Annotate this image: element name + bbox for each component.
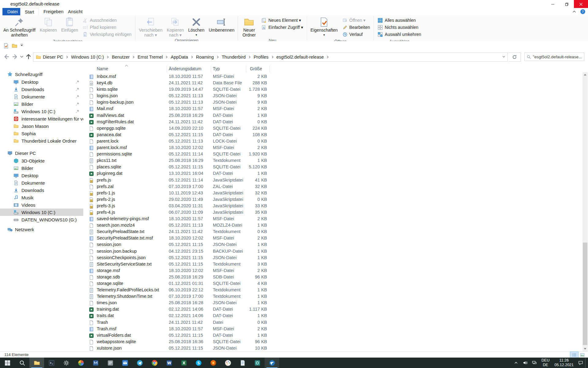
- file-row[interactable]: parent.lock.msf18.10.2020 12:02MSF-Datei…: [83, 145, 582, 151]
- file-row[interactable]: logins-backup.json05.12.2021 11:13JSON-D…: [83, 99, 582, 106]
- sidebar-item-sophia[interactable]: Sophia: [0, 130, 83, 137]
- close-button[interactable]: [574, 0, 588, 8]
- taskbar-app-teal[interactable]: [250, 358, 265, 368]
- file-row[interactable]: storage.sqlite01.12.2021 01:31SQLITE-Dat…: [83, 281, 582, 287]
- file-row[interactable]: Sprefs-2.js29.02.2020 11:49JavaSkriptdat…: [83, 197, 582, 203]
- details-view-button[interactable]: [570, 352, 578, 358]
- taskbar-thunderbird[interactable]: [265, 358, 279, 368]
- ribbon-button-löschen[interactable]: Löschen▾: [186, 16, 206, 38]
- breadcrumb-item-esgt5ol2-default-release[interactable]: esgt5ol2.default-release: [275, 55, 330, 59]
- file-row[interactable]: webappsstore.sqlite25.08.2018 16:36SQLIT…: [83, 339, 582, 345]
- breadcrumb-item-appdata[interactable]: AppData: [169, 55, 194, 59]
- sidebar-item-desktop[interactable]: Desktop: [0, 172, 83, 179]
- tab-start[interactable]: Start: [20, 8, 39, 16]
- address-dropdown-icon[interactable]: [502, 55, 506, 59]
- taskbar-firefox[interactable]: [206, 358, 221, 368]
- file-row[interactable]: virtualFolders.dat05.12.2021 11:15DAT-Da…: [83, 332, 582, 339]
- search-box[interactable]: "esgt5ol2.default-release...: [524, 52, 584, 61]
- sidebar-item-jason-mason[interactable]: Jason Mason: [0, 122, 83, 130]
- file-row[interactable]: search.json.mozlz405.12.2021 11:13MOZLZ4…: [83, 222, 582, 229]
- sidebar-section-schnellzugriff[interactable]: Schnellzugriff: [0, 71, 83, 78]
- ribbon-button-nichts-auswählen[interactable]: Nichts auswählen: [376, 24, 422, 30]
- ribbon-button-pfad-kopieren[interactable]: Pfad kopieren: [81, 24, 133, 30]
- file-row[interactable]: session.json.backup04.12.2021 23:15BACKU…: [83, 248, 582, 255]
- scrollbar-thumb[interactable]: [583, 243, 587, 345]
- breadcrumb-item-profiles[interactable]: Profiles: [252, 55, 274, 59]
- ribbon-button-verschieben-nach[interactable]: Verschiebennach ▾: [137, 16, 164, 38]
- file-row[interactable]: Telemetry.ShutdownTime.txt07.10.2019 17:…: [83, 293, 582, 300]
- file-row[interactable]: sessionCheckpoints.json05.12.2021 11:15J…: [83, 255, 582, 261]
- file-row[interactable]: Sprefs-4.js06.07.2020 11:09JavaSkriptdat…: [83, 209, 582, 216]
- taskbar-excel[interactable]: X: [176, 358, 191, 368]
- file-row[interactable]: key4.db24.11.2021 11:42Data Base File288…: [83, 80, 582, 86]
- ribbon-button-neuer-ordner[interactable]: NeuerOrdner: [239, 16, 259, 38]
- ribbon-button-auswahl-umkehren[interactable]: Auswahl umkehren: [376, 31, 422, 37]
- taskbar-search-button[interactable]: [15, 358, 29, 368]
- taskbar-word[interactable]: W: [162, 358, 176, 368]
- sidebar-item-dokumente[interactable]: Dokumente: [0, 93, 83, 100]
- column-header-type[interactable]: Typ: [213, 66, 220, 71]
- file-row[interactable]: saved-telemetry-pings.msf18.10.2020 11:5…: [83, 216, 582, 222]
- ribbon-button-umbenennen[interactable]: Umbenennen: [206, 16, 236, 33]
- ribbon-button-verknüpfung-einfügen[interactable]: Verknüpfung einfügen: [81, 31, 133, 37]
- file-row[interactable]: kinto.sqlite19.09.2019 14:47SQLITE-Datei…: [83, 86, 582, 93]
- file-row[interactable]: times.json25.08.2018 16:28JSON-Datei1 KB: [83, 300, 582, 306]
- sidebar-item-musik[interactable]: Musik: [0, 194, 83, 201]
- sidebar-item-bilder[interactable]: Bilder: [0, 164, 83, 172]
- forward-button[interactable]: [11, 53, 19, 61]
- file-row[interactable]: logins.json05.12.2021 11:13JSON-Datei9 K…: [83, 93, 582, 99]
- vertical-scrollbar[interactable]: [582, 72, 588, 351]
- file-row[interactable]: storage.sdb25.08.2018 16:29SDB-Datei96 K…: [83, 274, 582, 281]
- ribbon-button-einfügen[interactable]: Einfügen: [59, 16, 80, 33]
- taskbar-telegram[interactable]: [132, 358, 147, 368]
- file-row[interactable]: SecurityPreloadState.txt24.11.2021 11:42…: [83, 229, 582, 235]
- column-header-date[interactable]: Änderungsdatum: [169, 66, 202, 71]
- back-button[interactable]: [2, 53, 10, 61]
- file-row[interactable]: mailViews.dat25.08.2018 16:29DAT-Datei1 …: [83, 113, 582, 119]
- file-row[interactable]: Sprefs.js05.12.2021 11:14JavaSkriptdatei…: [83, 177, 582, 184]
- ribbon-button-einfacher-zugriff[interactable]: Einfacher Zugriff ▾: [260, 24, 304, 30]
- help-icon[interactable]: ?: [580, 9, 586, 14]
- taskbar-paint[interactable]: [221, 358, 235, 368]
- ribbon-button-alles-auswählen[interactable]: Alles auswählen: [376, 17, 422, 23]
- file-row[interactable]: permissions.sqlite05.12.2021 11:14SQLITE…: [83, 151, 582, 158]
- file-row[interactable]: msgFilterRules.dat24.11.2021 11:42DAT-Da…: [83, 119, 582, 125]
- file-row[interactable]: Inbox.msf18.10.2020 11:57MSF-Datei2 KB: [83, 74, 582, 80]
- sidebar-item-windows-10-c[interactable]: Windows 10 (C:): [0, 108, 83, 115]
- ribbon-button-verlauf[interactable]: Verlauf: [341, 31, 371, 37]
- file-row[interactable]: Trash.msf18.10.2020 11:57MSF-Datei2 KB: [83, 326, 582, 332]
- customize-toolbar-icon[interactable]: [20, 43, 24, 49]
- taskbar-wordpad[interactable]: [235, 358, 250, 368]
- hidden-icons-chevron-icon[interactable]: [511, 358, 521, 368]
- breadcrumb-item-windows-10-c[interactable]: Windows 10 (C:): [69, 55, 110, 59]
- taskbar-app-gray[interactable]: [103, 358, 118, 368]
- file-row[interactable]: pluginreg.dat13.10.2021 16:04DAT-Datei1 …: [83, 171, 582, 177]
- taskbar-mail[interactable]: [118, 358, 132, 368]
- taskbar-skype[interactable]: S: [191, 358, 206, 368]
- sidebar-item-interessante-mitteilungen-für-verbo[interactable]: interessante Mitteilungen für verbo: [0, 115, 83, 122]
- action-center-icon[interactable]: [576, 358, 585, 368]
- ribbon-button-bearbeiten[interactable]: Bearbeiten: [341, 24, 371, 30]
- breadcrumb-item-ernst-tremel[interactable]: Ernst Tremel: [136, 55, 169, 59]
- network-icon[interactable]: [530, 358, 539, 368]
- thumbnail-view-button[interactable]: [578, 352, 586, 358]
- minimize-button[interactable]: [546, 0, 560, 8]
- column-header-size[interactable]: Größe: [250, 66, 262, 71]
- file-row[interactable]: openpgp.sqlite14.09.2020 22:10SQLITE-Dat…: [83, 125, 582, 132]
- sidebar-item-dokumente[interactable]: Dokumente: [0, 179, 83, 186]
- taskbar-file-explorer[interactable]: [29, 358, 44, 368]
- taskbar-app-pinwheel[interactable]: [74, 358, 88, 368]
- file-row[interactable]: parent.lock05.12.2021 11:13LOCK-Datei0 K…: [83, 138, 582, 145]
- ribbon-button-ausschneiden[interactable]: Ausschneiden: [81, 17, 133, 23]
- tab-datei[interactable]: Datei: [2, 8, 23, 15]
- taskbar-app-dark[interactable]: [44, 358, 59, 368]
- file-row[interactable]: prefs.zal07.10.2019 17:00ZAL-Datei32 KB: [83, 184, 582, 190]
- breadcrumb-item-thunderbird[interactable]: Thunderbird: [220, 55, 252, 59]
- ribbon-button-an-schnellzugriff-anheften[interactable]: An Schnellzugriffanheften: [1, 16, 38, 38]
- language-indicator[interactable]: DEU DE: [539, 358, 552, 367]
- breadcrumb-item-dieser-pc[interactable]: Dieser PC: [41, 55, 69, 59]
- sidebar-item-downloads[interactable]: Downloads: [0, 86, 83, 93]
- sidebar-item-thunderbird-lokale-ordner[interactable]: Thunderbird Lokale Ordner: [0, 137, 83, 144]
- sidebar-item-downloads[interactable]: Downloads: [0, 186, 83, 194]
- ribbon-button-neues-element[interactable]: Neues Element ▾: [260, 17, 304, 23]
